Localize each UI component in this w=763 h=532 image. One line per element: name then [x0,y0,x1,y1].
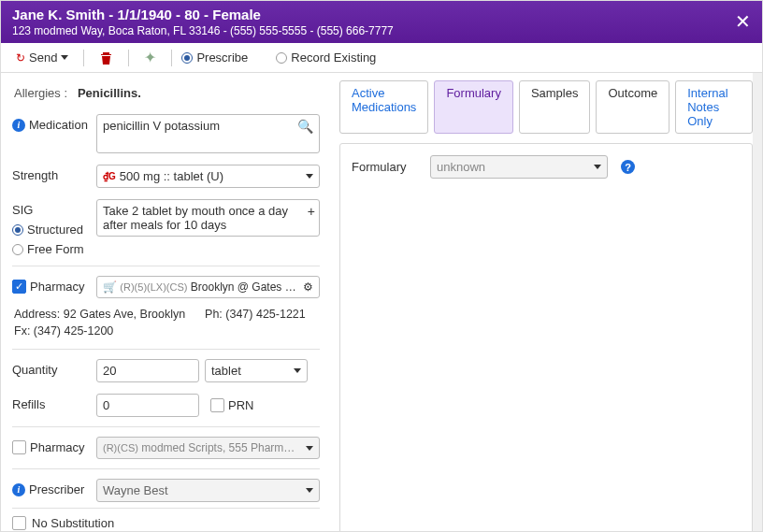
caret-down-icon [61,55,68,60]
separator [171,50,172,66]
tab-outcome[interactable]: Outcome [596,80,669,134]
pharmacy2-label: Pharmacy [30,440,85,454]
prn-checkbox[interactable] [210,398,224,412]
radio-on-icon [181,52,193,64]
radio-off-icon [12,244,23,255]
wand-button[interactable]: ✦ [138,47,162,68]
pharmacy1-checkbox[interactable] [12,280,26,294]
pharmacy2-select[interactable]: (R)(CS) modmed Scripts, 555 Pharmacy [96,437,320,459]
row-quantity: Quantity 20 tablet [12,349,320,388]
strength-label: Strength [12,168,58,182]
row-medication: i Medication penicillin V potassium 🔍 [12,108,320,159]
tabs: Active Medications Formulary Samples Out… [339,80,753,134]
sig-freeform-label: Free Form [27,242,84,256]
caret-down-icon [594,165,601,169]
strength-tag-icon: ₫G [103,171,116,181]
row-prescriber: i Prescriber Wayne Best [12,468,320,508]
sig-text: Take 2 tablet by mouth once a day after … [103,204,288,232]
caret-down-icon [306,488,313,493]
toolbar: ↻ Send ✦ Prescribe Record Existing [1,43,762,73]
radio-on-icon [12,224,23,236]
prn-checkbox-group: PRN [210,398,253,412]
formulary-value: unknown [437,160,588,174]
separator [83,50,84,66]
quantity-input[interactable]: 20 [96,359,199,382]
nosub-checkbox[interactable] [12,516,26,530]
nosub-label: No Substitution [32,516,114,530]
prescribe-label: Prescribe [196,50,248,65]
pharmacy1-label: Pharmacy [30,280,85,294]
medication-value: penicillin V potassium [103,119,220,133]
caret-down-icon [306,446,313,451]
formulary-panel: Formulary unknown ? [339,143,753,532]
strength-select[interactable]: ₫G 500 mg :: tablet (U) [96,165,320,188]
sig-structured-radio[interactable]: Structured [12,223,83,237]
row-sig: SIG Structured Free Form Take 2 tablet b… [12,194,320,262]
close-icon[interactable]: ✕ [735,12,751,31]
tab-samples[interactable]: Samples [519,80,591,134]
quantity-label: Quantity [12,363,57,377]
record-existing-label: Record Existing [291,50,376,65]
pharmacy-fax: Fx: (347) 425-1200 [12,321,320,345]
separator [128,50,129,66]
prescriber-value: Wayne Best [103,483,300,497]
prescriber-select[interactable]: Wayne Best [96,479,320,502]
left-panel: Allergies : Penicillins. i Medication pe… [1,73,332,532]
strength-value: 500 mg :: tablet (U) [120,169,296,183]
ph-text: Ph: (347) 425-1221 [205,308,306,321]
sig-structured-label: Structured [27,223,83,237]
caret-down-icon [306,174,313,179]
pharmacy1-value: Brooklyn @ Gates Pharmacy, [191,280,303,294]
refills-value: 0 [103,398,109,412]
formulary-select[interactable]: unknown [430,155,608,179]
send-icon: ↻ [16,51,25,65]
patient-header: Jane K. Smith - 1/1/1940 - 80 - Female 1… [1,1,762,43]
row-no-substitution: No Substitution [12,508,320,532]
delete-button[interactable] [94,49,119,67]
prescribe-radio[interactable]: Prescribe [181,50,248,65]
sig-freeform-radio[interactable]: Free Form [12,242,84,256]
send-button[interactable]: ↻ Send [10,49,74,66]
cart-icon: 🛒 [103,280,117,294]
record-existing-radio[interactable]: Record Existing [276,50,376,65]
gear-icon[interactable]: ⚙ [303,280,313,294]
pharmacy2-checkbox[interactable] [12,440,26,454]
patient-subtitle: 123 modmed Way, Boca Raton, FL 33146 - (… [12,24,751,37]
plus-icon[interactable]: + [308,204,315,219]
row-pharmacy-1: Pharmacy 🛒 (R)(5)(LX)(CS) Brooklyn @ Gat… [12,266,320,304]
caret-down-icon [294,368,301,373]
pharmacy2-value: modmed Scripts, 555 Pharmacy [141,441,300,454]
allergies-value: Penicillins. [78,86,141,100]
row-pharmacy-2: Pharmacy (R)(CS) modmed Scripts, 555 Pha… [12,426,320,465]
formulary-row: Formulary unknown ? [352,155,741,179]
medication-input[interactable]: penicillin V potassium 🔍 [96,114,320,153]
tab-active-medications[interactable]: Active Medications [339,80,428,134]
pharmacy2-tag: (R)(CS) [103,442,138,453]
patient-title: Jane K. Smith - 1/1/1940 - 80 - Female [12,7,751,22]
row-refills: Refills 0 PRN [12,388,320,423]
addr-text: Address: 92 Gates Ave, Brooklyn [14,308,185,321]
help-icon[interactable]: ? [621,160,635,174]
info-icon[interactable]: i [12,483,25,496]
pharmacy-address: Address: 92 Gates Ave, Brooklyn Ph: (347… [12,304,320,321]
allergies-label: Allergies : [14,86,67,100]
formulary-label: Formulary [352,160,417,174]
sparkle-icon: ✦ [144,49,156,66]
send-label: Send [29,50,57,65]
tab-formulary[interactable]: Formulary [434,80,513,134]
right-panel: Active Medications Formulary Samples Out… [332,73,762,532]
sig-textarea[interactable]: Take 2 tablet by mouth once a day after … [96,199,320,237]
row-strength: Strength ₫G 500 mg :: tablet (U) [12,159,320,194]
prescriber-label: Prescriber [29,482,84,496]
pharmacy1-tag: (R)(5)(LX)(CS) [120,281,187,293]
medication-label: Medication [29,118,88,132]
quantity-unit-value: tablet [211,364,288,378]
quantity-unit-select[interactable]: tablet [205,359,308,382]
search-icon[interactable]: 🔍 [297,119,313,134]
scrollbar[interactable] [753,73,762,532]
pharmacy1-select[interactable]: 🛒 (R)(5)(LX)(CS) Brooklyn @ Gates Pharma… [96,276,320,298]
sig-label: SIG [12,203,33,217]
refills-input[interactable]: 0 [96,394,199,417]
tab-internal-notes[interactable]: Internal Notes Only [675,80,753,134]
info-icon[interactable]: i [12,119,25,132]
